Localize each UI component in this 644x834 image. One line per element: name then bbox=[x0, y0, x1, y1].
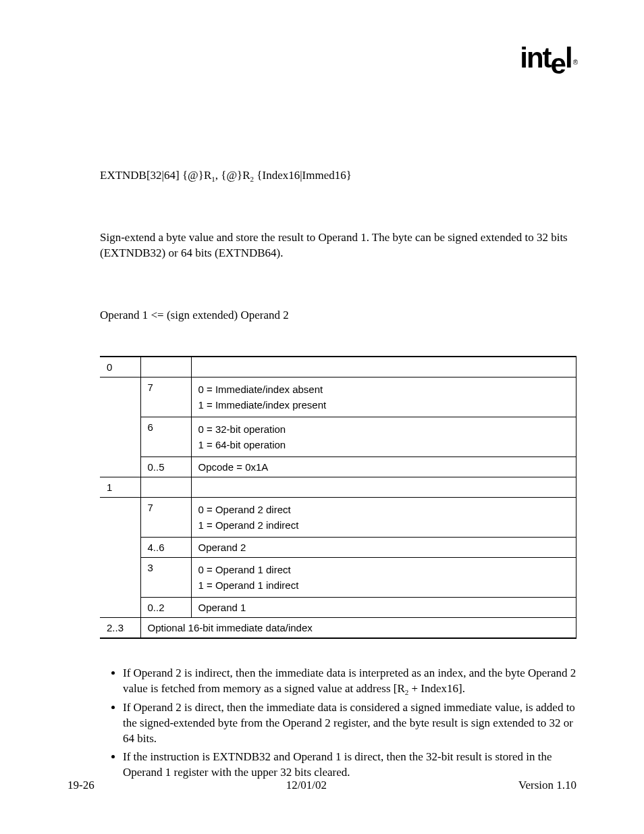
table-row: 1 bbox=[100, 477, 576, 498]
table-cell-byte bbox=[100, 417, 140, 457]
footer-center: 12/01/02 bbox=[286, 779, 327, 792]
table-cell-desc: 0 = Operand 1 direct 1 = Operand 1 indir… bbox=[191, 558, 576, 598]
table-cell-desc: 0 = Operand 2 direct 1 = Operand 2 indir… bbox=[191, 498, 576, 538]
table-cell-line: 0 = Operand 1 direct bbox=[198, 562, 570, 577]
table-cell-desc bbox=[191, 357, 576, 377]
table-cell-bit: 0..2 bbox=[140, 598, 191, 618]
page-content: EXTNDB[32|64] {@}R1, {@}R2 {Index16|Imme… bbox=[100, 169, 576, 781]
table-cell-line: 0 = Operand 2 direct bbox=[198, 502, 570, 517]
note-text: If Operand 2 is indirect, then the immed… bbox=[123, 667, 576, 695]
table-cell-desc: Opcode = 0x1A bbox=[191, 457, 576, 477]
table-cell-bit: 3 bbox=[140, 558, 191, 598]
list-item: If Operand 2 is indirect, then the immed… bbox=[123, 666, 576, 698]
table-cell-bit bbox=[140, 357, 191, 377]
table-row: 2..3 Optional 16-bit immediate data/inde… bbox=[100, 618, 576, 639]
syntax-mid: , {@}R bbox=[215, 169, 250, 182]
table-cell-bit: 7 bbox=[140, 498, 191, 538]
logo-reg: ® bbox=[573, 59, 578, 66]
list-item: If Operand 2 is direct, then the immedia… bbox=[123, 700, 576, 747]
notes-list: If Operand 2 is indirect, then the immed… bbox=[100, 666, 576, 781]
syntax-post: {Index16|Immed16} bbox=[254, 169, 352, 182]
table-cell-line: 0 = 32-bit operation bbox=[198, 421, 570, 437]
logo-text-el: l bbox=[565, 42, 572, 74]
table-row: 3 0 = Operand 1 direct 1 = Operand 1 ind… bbox=[100, 558, 576, 598]
table-cell-byte bbox=[100, 498, 140, 538]
table-cell-desc: 0 = Immediate/index absent 1 = Immediate… bbox=[191, 377, 576, 417]
table-cell-bit: 6 bbox=[140, 417, 191, 457]
table-row: 6 0 = 32-bit operation 1 = 64-bit operat… bbox=[100, 417, 576, 457]
table-cell-byte bbox=[100, 558, 140, 598]
table-cell-bit bbox=[140, 477, 191, 498]
logo-text-int: int bbox=[520, 42, 550, 74]
operation-line: Operand 1 <= (sign extended) Operand 2 bbox=[100, 309, 576, 322]
intel-logo: intel® bbox=[520, 42, 576, 74]
table-cell-byte: 0 bbox=[100, 357, 140, 377]
list-item: If the instruction is EXTNDB32 and Opera… bbox=[123, 750, 576, 781]
table-row: 7 0 = Operand 2 direct 1 = Operand 2 ind… bbox=[100, 498, 576, 538]
note-text: + Index16]. bbox=[408, 682, 465, 695]
table-cell-byte: 1 bbox=[100, 477, 140, 498]
logo-text-drop: e bbox=[551, 48, 565, 80]
table-cell-bit: 7 bbox=[140, 377, 191, 417]
table-cell-byte bbox=[100, 377, 140, 417]
table-cell-desc bbox=[191, 477, 576, 498]
table-row: 0..2 Operand 1 bbox=[100, 598, 576, 618]
footer-left: 19-26 bbox=[68, 779, 95, 792]
table-cell-byte bbox=[100, 538, 140, 558]
syntax-pre: EXTNDB[32|64] {@}R bbox=[100, 169, 211, 182]
table-cell-byte bbox=[100, 598, 140, 618]
table-cell-byte bbox=[100, 457, 140, 477]
page-footer: 19-26 12/01/02 Version 1.10 bbox=[68, 779, 576, 792]
table-cell-bit: 0..5 bbox=[140, 457, 191, 477]
table-cell-desc: 0 = 32-bit operation 1 = 64-bit operatio… bbox=[191, 417, 576, 457]
description-paragraph: Sign-extend a byte value and store the r… bbox=[100, 230, 576, 261]
table-row: 4..6 Operand 2 bbox=[100, 538, 576, 558]
table-row: 0 bbox=[100, 357, 576, 377]
encoding-table: 0 7 0 = Immediate/index absent 1 = Immed… bbox=[100, 356, 576, 639]
table-cell-byte: 2..3 bbox=[100, 618, 140, 639]
table-row: 0..5 Opcode = 0x1A bbox=[100, 457, 576, 477]
table-cell-line: 1 = Operand 1 indirect bbox=[198, 577, 570, 593]
table-row: 7 0 = Immediate/index absent 1 = Immedia… bbox=[100, 377, 576, 417]
footer-right: Version 1.10 bbox=[518, 779, 576, 792]
table-cell-line: 0 = Immediate/index absent bbox=[198, 382, 570, 397]
table-cell-desc: Optional 16-bit immediate data/index bbox=[140, 618, 576, 639]
table-cell-line: 1 = Immediate/index present bbox=[198, 397, 570, 413]
table-cell-line: 1 = 64-bit operation bbox=[198, 437, 570, 452]
table-cell-bit: 4..6 bbox=[140, 538, 191, 558]
syntax-line: EXTNDB[32|64] {@}R1, {@}R2 {Index16|Imme… bbox=[100, 169, 576, 183]
table-cell-desc: Operand 2 bbox=[191, 538, 576, 558]
table-cell-desc: Operand 1 bbox=[191, 598, 576, 618]
table-cell-line: 1 = Operand 2 indirect bbox=[198, 517, 570, 533]
